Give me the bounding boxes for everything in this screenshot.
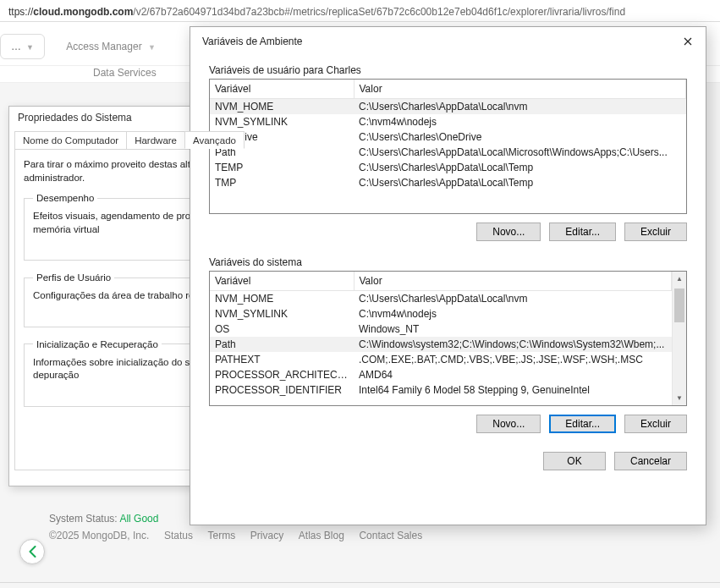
table-row[interactable]: NVM_SYMLINKC:\nvm4w\nodejs: [210, 114, 686, 129]
var-value-cell: C:\Users\Charles\AppData\Local\Temp: [354, 175, 686, 190]
system-status: System Status: All Good: [49, 512, 158, 525]
table-row[interactable]: TEMPC:\Users\Charles\AppData\Local\Temp: [210, 160, 686, 175]
var-name-cell: NVM_SYMLINK: [210, 114, 354, 129]
table-row[interactable]: PROCESSOR_IDENTIFIERIntel64 Family 6 Mod…: [210, 382, 672, 398]
chevron-left-icon: [29, 546, 36, 558]
user-edit-button[interactable]: Editar...: [549, 223, 616, 241]
scroll-up-arrow[interactable]: ▲: [673, 272, 686, 286]
system-new-button[interactable]: Novo...: [476, 415, 541, 433]
user-vars-buttons: Novo... Editar... Excluir: [209, 223, 687, 241]
url-domain: cloud.mongodb.com: [33, 6, 133, 18]
footer-copyright: ©2025 MongoDB, Inc.: [49, 530, 149, 541]
table-row[interactable]: OneDriveC:\Users\Charles\OneDrive: [210, 129, 686, 145]
system-status-label: System Status:: [49, 513, 119, 525]
footer: ©2025 MongoDB, Inc. Status Terms Privacy…: [49, 529, 422, 541]
table-row[interactable]: PathC:\Users\Charles\AppData\Local\Micro…: [210, 145, 686, 160]
url-bar: ttps://cloud.mongodb.com/v2/67b72a604971…: [0, 0, 720, 22]
table-row[interactable]: OSWindows_NT: [210, 321, 672, 337]
system-vars-listbox[interactable]: Variável Valor NVM_HOMEC:\Users\Charles\…: [209, 271, 687, 406]
system-delete-button[interactable]: Excluir: [624, 415, 687, 433]
footer-link-status[interactable]: Status: [164, 530, 193, 541]
tab-computer-name[interactable]: Nome do Computador: [14, 131, 127, 149]
back-button[interactable]: [19, 539, 45, 564]
var-name-cell: NVM_HOME: [210, 291, 354, 307]
var-value-cell: C:\Users\Charles\AppData\Local\Microsoft…: [354, 145, 686, 160]
var-name-cell: TEMP: [210, 160, 354, 175]
system-vars-label: Variáveis do sistema: [209, 256, 687, 268]
scrollbar[interactable]: ▲ ▼: [672, 272, 686, 405]
var-name-cell: Path: [210, 337, 354, 352]
close-button[interactable]: [677, 34, 699, 49]
environment-variables-dialog: Variáveis de Ambiente Variáveis de usuár…: [190, 26, 706, 525]
table-row[interactable]: PATHEXT.COM;.EXE;.BAT;.CMD;.VBS;.VBE;.JS…: [210, 352, 672, 367]
org-dropdown[interactable]: …▼: [0, 34, 45, 59]
var-value-cell: AMD64: [354, 367, 672, 382]
footer-link-blog[interactable]: Atlas Blog: [299, 530, 344, 541]
var-value-cell: C:\nvm4w\nodejs: [354, 306, 672, 321]
profiles-legend: Perfis de Usuário: [33, 272, 114, 283]
tab-advanced[interactable]: Avançado: [184, 131, 245, 149]
system-vars-buttons: Novo... Editar... Excluir: [209, 415, 687, 433]
system-status-value: All Good: [119, 513, 158, 525]
var-name-cell: PROCESSOR_ARCHITECTURE: [210, 367, 354, 382]
tab-data-services[interactable]: Data Services: [93, 67, 157, 79]
user-vars-listbox[interactable]: Variável Valor NVM_HOMEC:\Users\Charles\…: [209, 79, 687, 214]
cancel-button[interactable]: Cancelar: [614, 452, 687, 470]
system-edit-button[interactable]: Editar...: [549, 415, 616, 433]
var-name-cell: TMP: [210, 175, 354, 190]
table-row[interactable]: NVM_SYMLINKC:\nvm4w\nodejs: [210, 306, 672, 321]
user-delete-button[interactable]: Excluir: [624, 223, 687, 241]
column-header-variable[interactable]: Variável: [210, 80, 354, 99]
column-header-variable[interactable]: Variável: [210, 272, 354, 291]
table-row[interactable]: PROCESSOR_ARCHITECTUREAMD64: [210, 367, 672, 382]
table-row[interactable]: PathC:\Windows\system32;C:\Windows;C:\Wi…: [210, 337, 672, 352]
var-value-cell: C:\nvm4w\nodejs: [354, 114, 686, 129]
access-manager-dropdown[interactable]: Access Manager ▼: [66, 41, 156, 52]
var-value-cell: C:\Users\Charles\AppData\Local\nvm: [354, 99, 686, 115]
var-value-cell: .COM;.EXE;.BAT;.CMD;.VBS;.VBE;.JS;.JSE;.…: [354, 352, 672, 367]
var-value-cell: Intel64 Family 6 Model 58 Stepping 9, Ge…: [354, 382, 672, 398]
performance-legend: Desempenho: [33, 193, 97, 203]
scroll-down-arrow[interactable]: ▼: [673, 391, 686, 405]
table-row[interactable]: TMPC:\Users\Charles\AppData\Local\Temp: [210, 175, 686, 190]
var-value-cell: C:\Windows\system32;C:\Windows;C:\Window…: [354, 337, 672, 352]
var-value-cell: C:\Users\Charles\AppData\Local\Temp: [354, 160, 686, 175]
var-name-cell: NVM_HOME: [210, 99, 354, 115]
url-path: /v2/67b72a604971d34bd7a23bcb#/metrics/re…: [133, 6, 625, 18]
dialog-content: Variáveis de usuário para Charles Variáv…: [190, 56, 706, 479]
footer-link-privacy[interactable]: Privacy: [250, 530, 283, 541]
var-value-cell: Windows_NT: [354, 321, 672, 337]
access-manager-label: Access Manager: [66, 41, 141, 52]
var-name-cell: PATHEXT: [210, 352, 354, 367]
org-dropdown-label: …: [11, 41, 21, 52]
ok-button[interactable]: OK: [543, 452, 606, 470]
dialog-titlebar: Variáveis de Ambiente: [190, 27, 706, 56]
column-header-value[interactable]: Valor: [354, 80, 686, 99]
startup-legend: Inicialização e Recuperação: [33, 339, 162, 349]
user-new-button[interactable]: Novo...: [476, 223, 541, 241]
var-name-cell: PROCESSOR_IDENTIFIER: [210, 382, 354, 398]
chevron-down-icon: ▼: [26, 43, 34, 52]
footer-link-contact[interactable]: Contact Sales: [359, 530, 422, 541]
scroll-thumb[interactable]: [674, 289, 684, 322]
tab-hardware[interactable]: Hardware: [126, 131, 185, 149]
chevron-down-icon: ▼: [148, 43, 156, 52]
close-icon: [684, 37, 692, 46]
column-header-value[interactable]: Valor: [354, 272, 672, 291]
table-row[interactable]: NVM_HOMEC:\Users\Charles\AppData\Local\n…: [210, 99, 686, 115]
footer-link-terms[interactable]: Terms: [208, 530, 236, 541]
var-value-cell: C:\Users\Charles\OneDrive: [354, 129, 686, 145]
var-value-cell: C:\Users\Charles\AppData\Local\nvm: [354, 291, 672, 307]
var-name-cell: NVM_SYMLINK: [210, 306, 354, 321]
dialog-final-buttons: OK Cancelar: [209, 452, 687, 470]
bottom-divider: [0, 582, 720, 583]
dialog-title: Variáveis de Ambiente: [202, 36, 303, 47]
user-vars-label: Variáveis de usuário para Charles: [209, 64, 687, 76]
table-row[interactable]: NVM_HOMEC:\Users\Charles\AppData\Local\n…: [210, 291, 672, 307]
var-name-cell: OS: [210, 321, 354, 337]
